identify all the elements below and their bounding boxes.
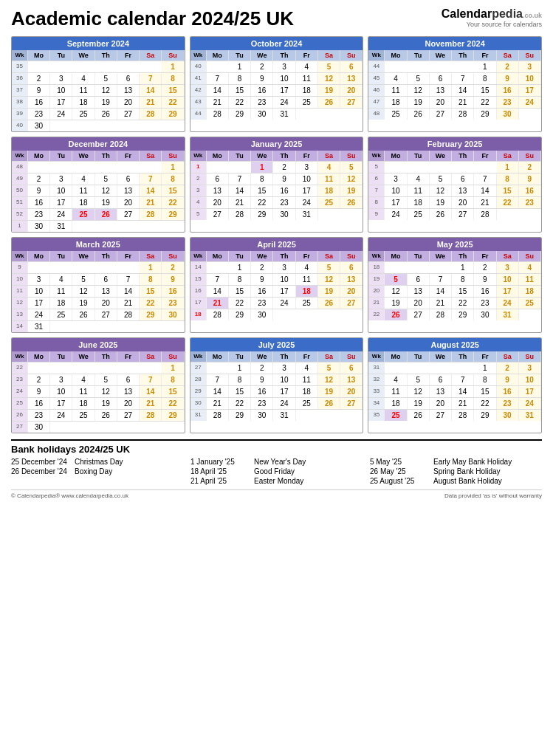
cal-cell-we: 26: [72, 309, 95, 320]
cal-cell-th: 28: [452, 410, 474, 421]
cal-cell-th: 19: [95, 398, 117, 409]
table-row: 31123: [368, 362, 541, 374]
cal-cell-we: 11: [72, 386, 95, 397]
cal-hdr-sa: Sa: [140, 351, 162, 362]
cal-cell-th: 15: [452, 286, 474, 297]
cal-cell-we: 15: [251, 185, 273, 196]
bank-holidays-title: Bank holidays 2024/25 UK: [11, 444, 542, 455]
cal-cell-su: 22: [162, 97, 184, 108]
table-row: 3311121314151617: [368, 385, 541, 397]
cal-cell-sa: 18: [318, 185, 340, 196]
cal-cell-tu: 28: [229, 209, 251, 220]
table-row: 1614151617181920: [190, 285, 363, 297]
cal-cell-tu: 17: [50, 197, 72, 208]
cal-cell-mo: 13: [207, 185, 229, 196]
cal-hdr-su: Su: [340, 151, 363, 161]
table-row: 1578910111213: [190, 273, 363, 285]
cal-cell-th: 14: [452, 386, 474, 397]
cal-cell-sa: 7: [140, 173, 162, 185]
cal-cell-wk: 17: [190, 298, 207, 309]
cal-cell-we: 26: [430, 209, 452, 220]
cal-cell-tu: 4: [50, 274, 72, 285]
cal-hdr-wk: Wk: [368, 351, 385, 362]
cal-cell-wk: 14: [12, 321, 28, 332]
cal-cell-sa: 30: [497, 410, 519, 421]
cal-cell-mo: 25: [385, 109, 407, 120]
cal-cell-fr: 22: [474, 97, 496, 108]
cal-hdr-wk: Wk: [190, 351, 207, 362]
cal-hdr-fr: Fr: [474, 151, 496, 161]
cal-cell-tu: 10: [50, 185, 72, 196]
cal-cell-tu: 3: [50, 73, 72, 84]
cal-cell-mo: 9: [28, 386, 50, 397]
cal-cell-su: 1: [162, 162, 184, 173]
cal-cell-tu: 13: [408, 286, 430, 297]
cal-hdr-tu: Tu: [229, 351, 251, 362]
cal-cell-mo: 18: [385, 97, 407, 108]
cal-cell-fr: 18: [296, 85, 318, 96]
cal-cell-wk: 51: [12, 197, 28, 208]
cal-cell-mo: 23: [28, 109, 50, 120]
cal-cell-mo: 16: [28, 398, 50, 409]
cal-cell-wk: 26: [12, 410, 28, 421]
cal-cell-wk: 13: [12, 309, 28, 320]
cal-hdr-fr: Fr: [296, 151, 318, 161]
cal-cell-mo: 28: [207, 309, 229, 320]
cal-cell-mo: 14: [207, 85, 229, 96]
calendar-title-aug2025: August 2025: [368, 338, 541, 351]
cal-hdr-fr: Fr: [117, 251, 140, 261]
cal-cell-wk: 2: [190, 173, 207, 185]
cal-hdr-mo: Mo: [207, 251, 229, 261]
cal-cell-mo: 30: [28, 221, 50, 232]
calendar-header-aug2025: WkMoTuWeThFrSaSu: [368, 351, 541, 362]
table-row: 63456789: [368, 173, 541, 185]
cal-cell-fr: 23: [474, 298, 496, 309]
list-item: 26 December '24Boxing Day: [11, 467, 183, 475]
calendar-title-dec2024: December 2024: [12, 137, 185, 151]
cal-cell-wk: 44: [368, 61, 385, 72]
cal-cell-wk: 3: [190, 185, 207, 196]
cal-cell-su: 16: [162, 286, 184, 297]
cal-cell-fr: 20: [117, 197, 140, 208]
cal-cell-su: 15: [162, 185, 184, 196]
cal-cell-sa: 8: [497, 173, 519, 185]
cal-hdr-tu: Tu: [229, 251, 251, 261]
cal-cell-su: 13: [340, 274, 363, 285]
cal-cell-mo: 24: [385, 209, 407, 220]
cal-cell-wk: 49: [12, 173, 28, 185]
cal-hdr-we: We: [72, 351, 95, 362]
cal-cell-su: 29: [162, 209, 184, 220]
page-header: Academic calendar 2024/25 UK Calendarped…: [11, 7, 542, 30]
table-row: 112345: [190, 161, 363, 173]
cal-cell-wk: 25: [12, 398, 28, 409]
cal-cell-mo: 14: [207, 386, 229, 397]
cal-cell-tu: 19: [408, 97, 430, 108]
cal-cell-sa: 15: [497, 185, 519, 196]
cal-cell-sa: 28: [140, 209, 162, 220]
cal-cell-wk: 41: [190, 73, 207, 84]
cal-cell-su: 17: [519, 85, 541, 96]
cal-cell-th: 24: [273, 298, 295, 309]
table-row: 313141516171819: [190, 185, 363, 196]
cal-cell-wk: 52: [12, 209, 28, 220]
cal-hdr-sa: Sa: [497, 351, 519, 362]
table-row: 2878910111213: [190, 374, 363, 385]
cal-cell-wk: 9: [12, 262, 28, 273]
cal-cell-we: 13: [430, 85, 452, 96]
cal-cell-mo: 31: [28, 321, 50, 332]
cal-cell-fr: 13: [117, 85, 140, 96]
table-row: 362345678: [12, 72, 185, 84]
cal-cell-wk: 44: [190, 109, 207, 120]
cal-cell-mo: 20: [207, 197, 229, 208]
cal-cell-th: 31: [273, 109, 295, 120]
cal-hdr-th: Th: [273, 251, 295, 261]
cal-cell-wk: 22: [12, 362, 28, 374]
table-row: 420212223242526: [190, 196, 363, 208]
cal-hdr-fr: Fr: [117, 50, 140, 61]
table-row: 509101112131415: [12, 185, 185, 196]
cal-cell-fr: 1: [474, 362, 496, 374]
cal-cell-we: 25: [72, 410, 95, 421]
cal-cell-wk: 48: [368, 109, 385, 120]
cal-cell-th: 13: [452, 185, 474, 196]
cal-cell-wk: 35: [368, 410, 385, 421]
